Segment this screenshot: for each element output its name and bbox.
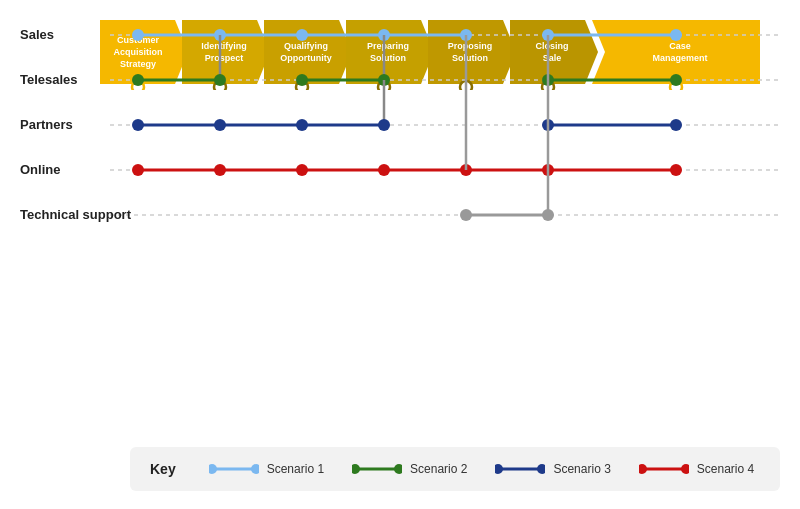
svg-point-48 (132, 74, 144, 86)
legend: Key Scenario 1 Scenario 2 (130, 447, 780, 491)
svg-point-77 (542, 209, 554, 221)
svg-point-67 (214, 164, 226, 176)
telesales-label: Telesales (20, 72, 78, 87)
chart-diagram: Sales Telesales Partners Online Technica… (0, 0, 800, 260)
svg-point-80 (251, 464, 259, 474)
svg-point-66 (132, 164, 144, 176)
legend-scenario1: Scenario 1 (209, 462, 324, 476)
svg-point-42 (670, 29, 682, 41)
main-container: Customer Acquisition Strategy Identifyin… (0, 0, 800, 509)
svg-point-76 (460, 209, 472, 221)
scenario3-label: Scenario 3 (553, 462, 610, 476)
scenario1-line-icon (209, 462, 259, 476)
scenario2-label: Scenario 2 (410, 462, 467, 476)
svg-point-60 (378, 119, 390, 131)
svg-point-38 (296, 29, 308, 41)
svg-point-68 (296, 164, 308, 176)
legend-key-label: Key (150, 461, 176, 477)
svg-point-59 (296, 119, 308, 131)
svg-point-72 (670, 164, 682, 176)
svg-point-53 (670, 74, 682, 86)
svg-point-79 (209, 464, 217, 474)
techsupport-label: Technical support (20, 207, 132, 222)
scenario2-line-icon (352, 462, 402, 476)
svg-point-58 (214, 119, 226, 131)
scenario4-label: Scenario 4 (697, 462, 754, 476)
svg-point-82 (352, 464, 360, 474)
svg-point-83 (394, 464, 402, 474)
svg-point-85 (495, 464, 503, 474)
sales-label: Sales (20, 27, 54, 42)
scenario4-line-icon (639, 462, 689, 476)
online-label: Online (20, 162, 60, 177)
legend-scenario4: Scenario 4 (639, 462, 754, 476)
partners-label: Partners (20, 117, 73, 132)
svg-point-36 (132, 29, 144, 41)
legend-scenario2: Scenario 2 (352, 462, 467, 476)
scenario1-label: Scenario 1 (267, 462, 324, 476)
svg-point-49 (214, 74, 226, 86)
svg-point-57 (132, 119, 144, 131)
svg-point-88 (639, 464, 647, 474)
svg-point-69 (378, 164, 390, 176)
legend-scenario3: Scenario 3 (495, 462, 610, 476)
svg-point-50 (296, 74, 308, 86)
svg-point-86 (537, 464, 545, 474)
svg-point-89 (681, 464, 689, 474)
svg-point-62 (670, 119, 682, 131)
scenario3-line-icon (495, 462, 545, 476)
